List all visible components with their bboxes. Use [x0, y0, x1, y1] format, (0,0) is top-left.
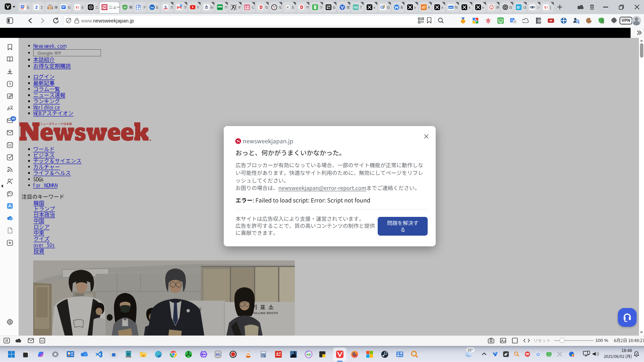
svg-text:N: N: [103, 5, 106, 10]
svg-text:47: 47: [422, 5, 426, 9]
svg-text:KB: KB: [307, 353, 311, 356]
svg-text:GG: GG: [354, 6, 358, 9]
svg-text:JC: JC: [286, 6, 289, 9]
svg-text:ns: ns: [150, 6, 154, 9]
svg-text:SUPER: SUPER: [218, 6, 222, 7]
svg-text:Th: Th: [576, 20, 578, 22]
svg-text:FC: FC: [216, 353, 220, 356]
svg-text:B!: B!: [517, 5, 521, 9]
svg-text:NHK: NHK: [449, 6, 453, 8]
svg-text:@: @: [538, 19, 540, 22]
svg-text:2: 2: [35, 5, 38, 10]
svg-text:z: z: [636, 353, 637, 355]
svg-text:A: A: [7, 106, 10, 111]
svg-text:G: G: [380, 5, 383, 10]
svg-text:Y!: Y!: [544, 5, 548, 9]
svg-text:Y!: Y!: [75, 5, 79, 9]
